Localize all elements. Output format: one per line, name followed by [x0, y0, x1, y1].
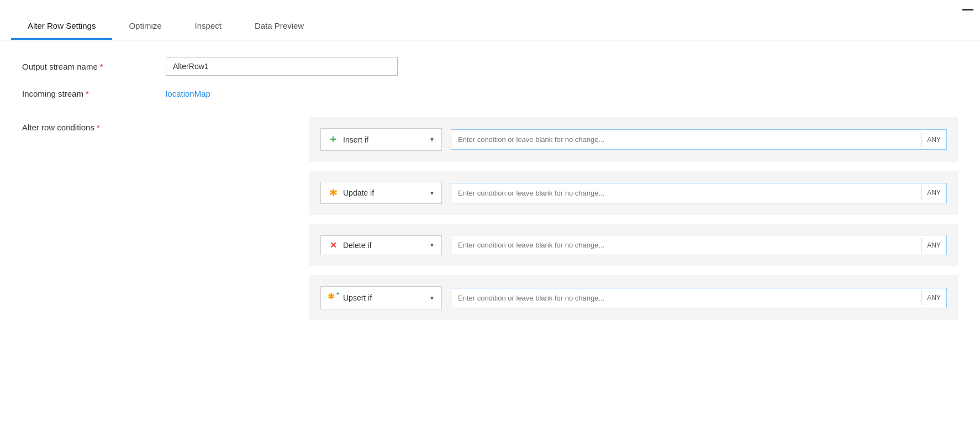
window-topbar — [0, 0, 980, 13]
delete-icon: ✕ — [330, 240, 337, 250]
upsert-dropdown-icon: ✱ + — [328, 291, 339, 304]
update-icon: ✱ — [329, 187, 338, 198]
delete-dropdown-label: Delete if — [343, 241, 425, 250]
condition-dropdown-delete[interactable]: ✕ Delete if ▼ — [320, 235, 442, 255]
conditions-section: + Insert if ▼ ANY ✱ Update if ▼ ANY ✕ De… — [166, 117, 958, 329]
delete-dropdown-icon: ✕ — [328, 240, 339, 250]
incoming-stream-required: * — [86, 89, 89, 98]
update-dropdown-icon: ✱ — [328, 187, 339, 199]
condition-input-insert[interactable] — [451, 130, 921, 149]
alter-row-conditions-row: Alter row conditions* + Insert if ▼ ANY … — [22, 112, 958, 329]
condition-input-update[interactable] — [451, 183, 921, 203]
insert-dropdown-arrow: ▼ — [429, 136, 435, 143]
condition-row-update: ✱ Update if ▼ ANY — [309, 171, 958, 215]
incoming-stream-row: Incoming stream* locationMap — [22, 89, 958, 98]
insert-dropdown-label: Insert if — [343, 135, 425, 144]
insert-dropdown-icon: + — [328, 133, 339, 146]
tab-inspect[interactable]: Inspect — [178, 13, 238, 40]
minimize-button[interactable] — [962, 9, 973, 10]
tab-alter-row-settings[interactable]: Alter Row Settings — [11, 13, 112, 40]
condition-input-delete[interactable] — [451, 235, 921, 255]
alter-row-conditions-label: Alter row conditions* — [22, 112, 166, 132]
upsert-dropdown-label: Upsert if — [343, 293, 425, 302]
alter-row-conditions-required: * — [97, 123, 100, 132]
condition-row-delete: ✕ Delete if ▼ ANY — [309, 224, 958, 266]
condition-dropdown-update[interactable]: ✱ Update if ▼ — [320, 182, 442, 204]
condition-input-upsert[interactable] — [451, 288, 921, 308]
upsert-icon: ✱ + — [328, 291, 340, 302]
update-dropdown-label: Update if — [343, 188, 425, 197]
update-dropdown-arrow: ▼ — [429, 190, 435, 196]
condition-input-wrap-delete: ANY — [451, 235, 947, 255]
condition-dropdown-insert[interactable]: + Insert if ▼ — [320, 128, 442, 151]
condition-dropdown-upsert[interactable]: ✱ + Upsert if ▼ — [320, 286, 442, 309]
output-stream-input[interactable] — [166, 57, 398, 76]
tab-data-preview[interactable]: Data Preview — [238, 13, 320, 40]
tab-bar: Alter Row Settings Optimize Inspect Data… — [0, 13, 980, 40]
any-badge-delete: ANY — [921, 238, 946, 252]
output-stream-label: Output stream name* — [22, 62, 166, 71]
condition-input-wrap-insert: ANY — [451, 129, 947, 150]
condition-input-wrap-update: ANY — [451, 183, 947, 203]
main-content: Output stream name* Incoming stream* loc… — [0, 40, 980, 437]
condition-row-upsert: ✱ + Upsert if ▼ ANY — [309, 275, 958, 320]
condition-row-insert: + Insert if ▼ ANY — [309, 117, 958, 162]
output-stream-required: * — [100, 62, 103, 71]
any-badge-insert: ANY — [921, 133, 946, 147]
delete-dropdown-arrow: ▼ — [429, 242, 435, 248]
insert-icon: + — [330, 133, 336, 145]
output-stream-row: Output stream name* — [22, 57, 958, 76]
tab-optimize[interactable]: Optimize — [112, 13, 178, 40]
upsert-dropdown-arrow: ▼ — [429, 295, 435, 301]
incoming-stream-label: Incoming stream* — [22, 89, 166, 98]
condition-input-wrap-upsert: ANY — [451, 288, 947, 308]
any-badge-upsert: ANY — [921, 291, 946, 305]
any-badge-update: ANY — [921, 186, 946, 200]
incoming-stream-link[interactable]: locationMap — [166, 89, 210, 98]
